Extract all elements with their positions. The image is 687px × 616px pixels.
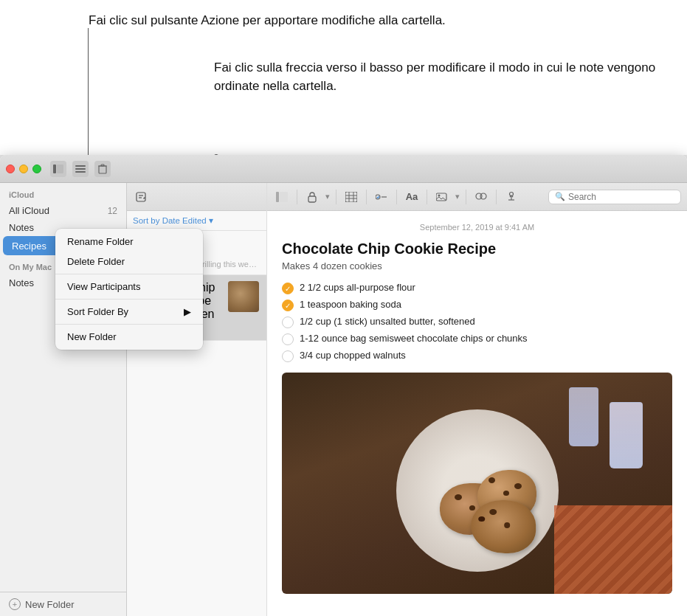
- sort-bar[interactable]: Sort by Date Edited ▾: [127, 211, 266, 231]
- check-circle-0: [282, 283, 294, 294]
- title-bar: [0, 155, 687, 183]
- compose-icon[interactable]: [133, 189, 149, 205]
- sidebar-all-icloud-count: 12: [108, 206, 117, 216]
- note-detail: ▾ Aa ▾: [267, 183, 687, 616]
- table-icon[interactable]: [342, 188, 360, 206]
- lock-icon[interactable]: [303, 188, 321, 206]
- annotation-text-1: Fai clic sul pulsante Azione per apporta…: [89, 12, 446, 30]
- svg-rect-2: [75, 165, 86, 167]
- traffic-lights: [6, 165, 41, 173]
- svg-point-25: [510, 192, 514, 195]
- svg-rect-5: [99, 166, 106, 173]
- annotation-line: [88, 28, 89, 156]
- napkin: [554, 505, 672, 594]
- toolbar-divider-3: [366, 190, 367, 204]
- new-folder-button[interactable]: + New Folder: [9, 598, 117, 610]
- milk-glass-right: [610, 402, 643, 468]
- cookie-thumb-image: [228, 281, 259, 312]
- submenu-arrow-icon: ▶: [184, 306, 191, 317]
- sidebar-toggle-icon[interactable]: [50, 161, 66, 177]
- toolbar-divider-1: [297, 190, 297, 204]
- lock-chevron: ▾: [325, 192, 330, 201]
- search-input[interactable]: [568, 192, 674, 202]
- checklist-icon[interactable]: [373, 188, 390, 206]
- svg-rect-0: [53, 165, 56, 173]
- search-magnifier-icon: 🔍: [555, 192, 565, 201]
- sort-folder-label: Sort Folder By: [67, 306, 128, 317]
- checklist-text-1: 1 teaspoon baking soda: [300, 299, 401, 310]
- sidebar-item-all-icloud[interactable]: All iCloud 12: [0, 202, 126, 219]
- note-detail-toolbar: ▾ Aa ▾: [267, 183, 687, 211]
- share-icon[interactable]: [503, 188, 520, 206]
- checklist-text-4: 3/4 cup chopped walnuts: [300, 350, 406, 361]
- svg-rect-11: [276, 192, 279, 202]
- plus-icon: +: [9, 598, 21, 610]
- new-folder-label: New Folder: [25, 599, 74, 610]
- toolbar-divider-6: [466, 190, 466, 204]
- sidebar-toggle-detail-icon[interactable]: [273, 188, 291, 206]
- context-menu-sort-folder-by[interactable]: Sort Folder By ▶: [55, 302, 203, 322]
- checklist-item-4[interactable]: 3/4 cup chopped walnuts: [282, 350, 672, 362]
- checklist-text-2: 1/2 cup (1 stick) unsalted butter, softe…: [300, 316, 475, 327]
- format-icon[interactable]: Aa: [403, 188, 421, 206]
- check-circle-4: [282, 350, 294, 362]
- milk-glass-left: [569, 387, 598, 446]
- toolbar-divider-5: [427, 190, 427, 204]
- svg-point-22: [438, 194, 441, 196]
- title-bar-icons: [50, 161, 111, 177]
- notes-list-toolbar: [127, 183, 266, 211]
- share-collab-icon[interactable]: [472, 188, 490, 206]
- cookie-3: [471, 500, 536, 553]
- toolbar-divider-2: [336, 190, 336, 204]
- svg-rect-13: [308, 196, 316, 202]
- sidebar-bottom: + New Folder: [0, 592, 126, 616]
- context-menu-delete[interactable]: Delete Folder: [55, 252, 203, 271]
- checklist-text-0: 2 1/2 cups all-purpose flour: [300, 282, 415, 293]
- annotation-area: Fai clic sul pulsante Azione per apporta…: [0, 0, 687, 155]
- check-circle-3: [282, 333, 294, 345]
- media-icon[interactable]: [433, 188, 451, 206]
- svg-rect-14: [345, 192, 357, 202]
- sort-chevron: ▾: [209, 216, 213, 225]
- context-menu-separator-1: [55, 274, 203, 274]
- check-circle-2: [282, 316, 294, 328]
- note-detail-content: September 12, 2019 at 9:41 AM Chocolate …: [267, 211, 687, 616]
- media-chevron: ▾: [455, 192, 460, 201]
- maximize-button[interactable]: [32, 165, 41, 173]
- context-menu-new-folder[interactable]: New Folder: [55, 327, 203, 347]
- svg-point-24: [480, 193, 486, 199]
- toolbar-divider-7: [496, 190, 497, 204]
- note-image: [282, 373, 672, 594]
- context-menu-view-participants[interactable]: View Participants: [55, 277, 203, 297]
- checklist-item-1[interactable]: 1 teaspoon baking soda: [282, 299, 672, 311]
- app-window: iCloud All iCloud 12 Notes Recipes ··· 2…: [0, 155, 687, 616]
- toolbar-divider-4: [396, 190, 397, 204]
- note-date: September 12, 2019 at 9:41 AM: [282, 223, 672, 232]
- checklist-item-0[interactable]: 2 1/2 cups all-purpose flour: [282, 282, 672, 294]
- check-circle-1: [282, 300, 294, 311]
- svg-rect-12: [280, 192, 288, 202]
- svg-rect-1: [57, 165, 63, 173]
- checklist-item-2[interactable]: 1/2 cup (1 stick) unsalted butter, softe…: [282, 316, 672, 328]
- cookie-thumbnail: [228, 281, 259, 312]
- checklist-item-3[interactable]: 1-12 ounce bag semisweet chocolate chips…: [282, 333, 672, 345]
- svg-rect-8: [137, 193, 145, 201]
- context-menu-separator-3: [55, 324, 203, 325]
- trash-icon[interactable]: [94, 161, 111, 177]
- minimize-button[interactable]: [19, 165, 28, 173]
- context-menu-separator-2: [55, 299, 203, 300]
- context-menu: Rename Folder Delete Folder View Partici…: [55, 229, 203, 350]
- note-subheading: Makes 4 dozen cookies: [282, 260, 672, 271]
- cookie-scene: [282, 373, 672, 594]
- icloud-section-label: iCloud: [0, 183, 126, 202]
- close-button[interactable]: [6, 165, 15, 173]
- svg-rect-4: [75, 171, 86, 173]
- svg-rect-3: [75, 168, 86, 170]
- checklist-text-3: 1-12 ounce bag semisweet chocolate chips…: [300, 333, 528, 344]
- context-menu-rename[interactable]: Rename Folder: [55, 232, 203, 252]
- checklist-container: 2 1/2 cups all-purpose flour1 teaspoon b…: [282, 282, 672, 362]
- list-view-icon[interactable]: [72, 161, 89, 177]
- sort-label: Sort by Date Edited: [133, 216, 207, 225]
- search-bar: 🔍: [548, 190, 681, 204]
- annotation-text-2: Fai clic sulla freccia verso il basso pe…: [214, 59, 687, 95]
